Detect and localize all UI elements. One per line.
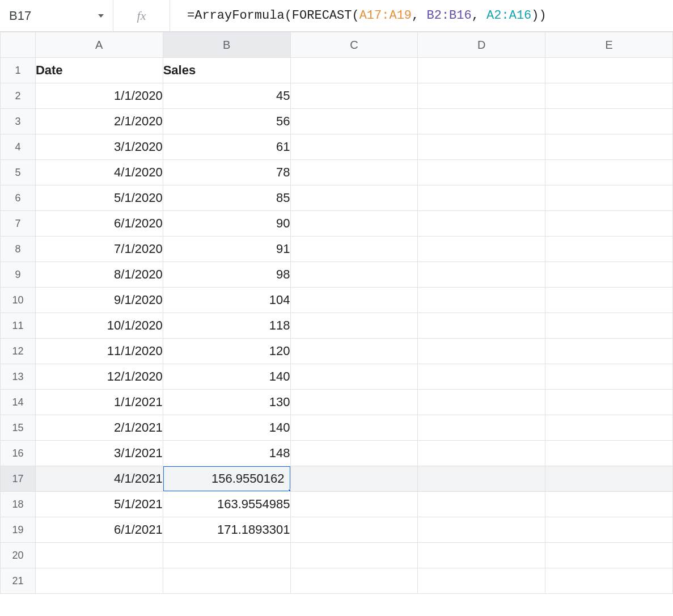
cell-B18[interactable]: 163.9554985 bbox=[163, 492, 290, 517]
fill-handle[interactable] bbox=[288, 489, 291, 492]
cell-E17[interactable] bbox=[545, 466, 673, 492]
row-header-5[interactable]: 5 bbox=[1, 160, 36, 185]
cell-D20[interactable] bbox=[418, 543, 545, 568]
row-header-4[interactable]: 4 bbox=[1, 134, 36, 160]
cell-C20[interactable] bbox=[290, 543, 418, 568]
cell-C6[interactable] bbox=[290, 185, 418, 211]
cell-E9[interactable] bbox=[545, 262, 673, 288]
cell-A6[interactable]: 5/1/2020 bbox=[35, 185, 163, 211]
cell-A4[interactable]: 3/1/2020 bbox=[35, 134, 163, 160]
cell-B11[interactable]: 118 bbox=[163, 313, 290, 339]
cell-C14[interactable] bbox=[290, 390, 418, 415]
cell-D16[interactable] bbox=[418, 441, 545, 466]
cell-E15[interactable] bbox=[545, 415, 673, 441]
cell-A2[interactable]: 1/1/2020 bbox=[35, 83, 163, 109]
row-header-8[interactable]: 8 bbox=[1, 237, 36, 262]
cell-E5[interactable] bbox=[545, 160, 673, 185]
cell-D15[interactable] bbox=[418, 415, 545, 441]
cell-C18[interactable] bbox=[290, 492, 418, 517]
name-box[interactable]: B17 bbox=[0, 0, 113, 31]
cell-E7[interactable] bbox=[545, 211, 673, 237]
row-header-11[interactable]: 11 bbox=[1, 313, 36, 339]
cell-A9[interactable]: 8/1/2020 bbox=[35, 262, 163, 288]
cell-C7[interactable] bbox=[290, 211, 418, 237]
cell-B20[interactable] bbox=[163, 543, 290, 568]
cell-D1[interactable] bbox=[418, 58, 545, 83]
cell-A13[interactable]: 12/1/2020 bbox=[35, 364, 163, 390]
cell-B4[interactable]: 61 bbox=[163, 134, 290, 160]
cell-C2[interactable] bbox=[290, 83, 418, 109]
cell-B8[interactable]: 91 bbox=[163, 237, 290, 262]
cell-A15[interactable]: 2/1/2021 bbox=[35, 415, 163, 441]
cell-A17[interactable]: 4/1/2021 bbox=[35, 466, 163, 492]
cell-B16[interactable]: 148 bbox=[163, 441, 290, 466]
cell-A16[interactable]: 3/1/2021 bbox=[35, 441, 163, 466]
cell-D3[interactable] bbox=[418, 109, 545, 134]
dropdown-icon[interactable] bbox=[98, 14, 104, 18]
cell-A1[interactable]: Date bbox=[35, 58, 163, 83]
cell-B2[interactable]: 45 bbox=[163, 83, 290, 109]
cell-D6[interactable] bbox=[418, 185, 545, 211]
cell-E18[interactable] bbox=[545, 492, 673, 517]
row-header-20[interactable]: 20 bbox=[1, 543, 36, 568]
cell-D13[interactable] bbox=[418, 364, 545, 390]
cell-B7[interactable]: 90 bbox=[163, 211, 290, 237]
column-header-D[interactable]: D bbox=[418, 32, 545, 58]
cell-C16[interactable] bbox=[290, 441, 418, 466]
row-header-18[interactable]: 18 bbox=[1, 492, 36, 517]
cell-D5[interactable] bbox=[418, 160, 545, 185]
cell-C21[interactable] bbox=[290, 568, 418, 594]
cell-E4[interactable] bbox=[545, 134, 673, 160]
cell-B3[interactable]: 56 bbox=[163, 109, 290, 134]
column-header-E[interactable]: E bbox=[545, 32, 673, 58]
cell-B6[interactable]: 85 bbox=[163, 185, 290, 211]
column-header-B[interactable]: B bbox=[163, 32, 290, 58]
cell-B1[interactable]: Sales bbox=[163, 58, 290, 83]
cell-D9[interactable] bbox=[418, 262, 545, 288]
cell-C13[interactable] bbox=[290, 364, 418, 390]
formula-input[interactable]: =ArrayFormula(FORECAST(A17:A19, B2:B16, … bbox=[170, 0, 673, 31]
cell-D18[interactable] bbox=[418, 492, 545, 517]
cell-D7[interactable] bbox=[418, 211, 545, 237]
cell-A12[interactable]: 11/1/2020 bbox=[35, 339, 163, 364]
cell-E10[interactable] bbox=[545, 288, 673, 313]
cell-D19[interactable] bbox=[418, 517, 545, 543]
row-header-16[interactable]: 16 bbox=[1, 441, 36, 466]
cell-B19[interactable]: 171.1893301 bbox=[163, 517, 290, 543]
cell-E16[interactable] bbox=[545, 441, 673, 466]
row-header-6[interactable]: 6 bbox=[1, 185, 36, 211]
cell-A7[interactable]: 6/1/2020 bbox=[35, 211, 163, 237]
cell-B17[interactable]: 156.9550162 bbox=[163, 466, 290, 492]
cell-C5[interactable] bbox=[290, 160, 418, 185]
cell-E21[interactable] bbox=[545, 568, 673, 594]
cell-A19[interactable]: 6/1/2021 bbox=[35, 517, 163, 543]
cell-E20[interactable] bbox=[545, 543, 673, 568]
row-header-9[interactable]: 9 bbox=[1, 262, 36, 288]
cell-A11[interactable]: 10/1/2020 bbox=[35, 313, 163, 339]
cell-C11[interactable] bbox=[290, 313, 418, 339]
cell-B5[interactable]: 78 bbox=[163, 160, 290, 185]
cell-C8[interactable] bbox=[290, 237, 418, 262]
cell-A14[interactable]: 1/1/2021 bbox=[35, 390, 163, 415]
cell-E19[interactable] bbox=[545, 517, 673, 543]
cell-C3[interactable] bbox=[290, 109, 418, 134]
cell-B10[interactable]: 104 bbox=[163, 288, 290, 313]
cell-D8[interactable] bbox=[418, 237, 545, 262]
cell-A8[interactable]: 7/1/2020 bbox=[35, 237, 163, 262]
cell-D2[interactable] bbox=[418, 83, 545, 109]
cell-C10[interactable] bbox=[290, 288, 418, 313]
cell-C19[interactable] bbox=[290, 517, 418, 543]
cell-E1[interactable] bbox=[545, 58, 673, 83]
cell-A21[interactable] bbox=[35, 568, 163, 594]
cell-B13[interactable]: 140 bbox=[163, 364, 290, 390]
cell-C15[interactable] bbox=[290, 415, 418, 441]
row-header-1[interactable]: 1 bbox=[1, 58, 36, 83]
cell-E12[interactable] bbox=[545, 339, 673, 364]
cell-E3[interactable] bbox=[545, 109, 673, 134]
cell-A20[interactable] bbox=[35, 543, 163, 568]
cell-B9[interactable]: 98 bbox=[163, 262, 290, 288]
cell-E8[interactable] bbox=[545, 237, 673, 262]
cell-A10[interactable]: 9/1/2020 bbox=[35, 288, 163, 313]
row-header-10[interactable]: 10 bbox=[1, 288, 36, 313]
cell-B15[interactable]: 140 bbox=[163, 415, 290, 441]
